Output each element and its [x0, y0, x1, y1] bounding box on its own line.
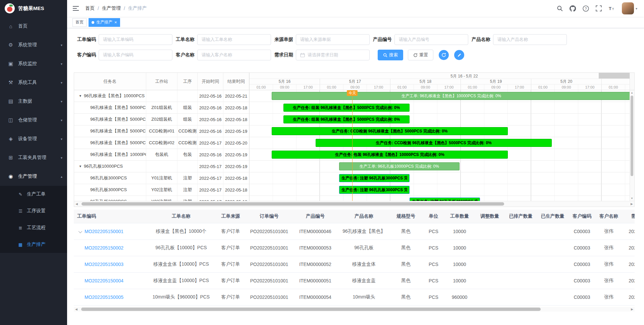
search-icon[interactable] — [557, 5, 563, 11]
gantt-task-bar[interactable]: 生产任务: CCD检测 96孔移液盒【黑色】5000PCS 完成比例: 0% — [272, 127, 508, 135]
gantt-grid-row[interactable]: 96孔孔板3000PCSY03注塑机注塑2022-05-172022-05-18 — [74, 196, 249, 201]
input-placeholder: 请输入工单编码 — [103, 37, 133, 43]
sidebar-item-home[interactable]: ⌂首页 — [0, 17, 67, 36]
sidebar-item-gear[interactable]: ⚙系统管理▾ — [0, 36, 67, 54]
table-cell: 移液盒【黑色】10000个 — [148, 223, 215, 239]
table-cell — [537, 272, 569, 289]
text-input[interactable]: 请输入产品编号 — [394, 34, 468, 45]
table-row[interactable]: MO202205150003移液盒盒体【10000】PCS客户订单PO20220… — [74, 256, 635, 272]
fullscreen-icon[interactable] — [596, 5, 602, 11]
table-cell: PCS — [423, 223, 444, 239]
timeline-hour-label: 17:00 — [508, 85, 531, 90]
gantt-task-bar[interactable]: 生产任务: 组装 96孔移液盒【黑色】5000PCS 完成比例: 0% — [283, 104, 410, 112]
column-header: 已生产数量 — [537, 210, 569, 223]
sidebar-item-warehouse[interactable]: ◫仓储管理▾ — [0, 111, 67, 129]
refresh-button[interactable] — [439, 50, 449, 60]
github-icon[interactable] — [570, 5, 576, 12]
workorder-code-link[interactable]: MO202205150005 — [85, 294, 123, 300]
gantt-workorder-bar[interactable]: 生产工单: 96孔移液盒【黑色】10000PCS 完成比例: 0% — [272, 92, 630, 100]
tree-expand-icon[interactable]: ▼ — [79, 165, 82, 168]
table-cell: C00003 — [569, 272, 595, 289]
user-avatar[interactable]: ▾ — [622, 2, 637, 14]
column-header: 客户编码 — [569, 210, 595, 223]
gantt-grid-row[interactable]: 96孔孔板3000PCSY01注塑机注塑2022-05-172022-05-18 — [74, 172, 249, 184]
scrollbar-thumb[interactable] — [631, 96, 633, 176]
text-input[interactable]: 请输入客户名称 — [197, 50, 271, 60]
tree-expand-icon[interactable]: ▼ — [79, 94, 82, 98]
gantt-task-bar[interactable]: 生产任务: 注塑 96孔孔板3000PCS 完成比例: 0% — [410, 198, 480, 201]
sidebar-item-fixture[interactable]: ⊞工装夹具管理▾ — [0, 148, 67, 167]
scroll-down-arrow[interactable]: ▼ — [631, 197, 633, 200]
timeline-day-label: 5月 20 — [531, 79, 602, 85]
tab-close-icon[interactable]: × — [114, 20, 117, 24]
gantt-grid-row[interactable]: 96孔孔板3000PCSY02注塑机注塑2022-05-172022-05-18 — [74, 184, 249, 196]
gantt-task-bar[interactable]: 生产任务: CCD检测 96孔移液盒【黑色】5000PCS 完成比例: 0% — [316, 139, 552, 147]
sidebar-item-monitor[interactable]: ▣系统监控▾ — [0, 54, 67, 73]
table-row[interactable]: MO202205150001移液盒【黑色】10000个客户订单PO2022051… — [74, 223, 635, 239]
gantt-task-bar[interactable]: 生产任务: 注塑 96孔孔板3000PCS 完成比例: 0% — [339, 186, 410, 194]
tab-item[interactable]: 首页 — [72, 18, 87, 27]
table-cell: 黑色 — [389, 239, 423, 256]
text-input[interactable]: 请输入工单名称 — [197, 34, 271, 45]
scrollbar-thumb[interactable] — [81, 308, 541, 311]
sidebar-subitem-schedule[interactable]: ▦生产排产 — [0, 236, 67, 253]
workorder-code-link[interactable]: MO202205150002 — [85, 245, 123, 251]
gantt-task-bar[interactable]: 生产任务: 注塑 96孔孔板3000PCS 完成比例: 0% — [339, 174, 410, 182]
table-row[interactable]: MO202205150004移液盒盒盖【10000】PCS客户订单PO20220… — [74, 272, 635, 289]
gantt-vertical-scrollbar[interactable]: ▲ ▼ — [630, 90, 634, 201]
tab-active[interactable]: 生产排产× — [89, 18, 120, 27]
gantt-grid-row[interactable]: ▼96孔移液盒【黑色】10000PCS2022-05-162022-05-21 — [74, 90, 249, 102]
table-row[interactable]: MO20220515000296孔孔板【10000】PCS客户订单PO20220… — [74, 239, 635, 256]
app-logo[interactable]: 苦糖果MES — [0, 0, 67, 17]
sidebar-subitem-workorder[interactable]: ✎生产工单 — [0, 186, 67, 203]
text-input[interactable]: 请输入工单编码 — [99, 34, 172, 45]
scroll-right-arrow[interactable]: ▶ — [631, 308, 633, 311]
gantt-grid-row[interactable]: 96孔移液盒【黑色】5000PCSCCD检测#01CCD检测2022-05-16… — [74, 125, 249, 137]
text-input[interactable]: 请输入产品名称 — [493, 34, 567, 45]
table-row[interactable]: MO20220515000510mm吸头【960000】PCS客户订单PO202… — [74, 289, 635, 305]
workorder-code-link[interactable]: MO202205150003 — [85, 262, 123, 267]
workorder-code-link[interactable]: MO202205150001 — [85, 229, 123, 234]
navbar-actions: ? TT ▾ — [557, 2, 637, 14]
gantt-horizontal-scrollbar[interactable]: ◀ ▶ — [74, 201, 634, 207]
sidebar-subitem-flow[interactable]: ≣工艺流程 — [0, 219, 67, 236]
tools-icon: ⚒ — [7, 79, 14, 86]
breadcrumb-item[interactable]: 生产管理 — [102, 5, 121, 11]
gantt-grid-row[interactable]: 96孔移液盒【黑色】5000PCSCCD检测#02CCD检测2022-05-17… — [74, 137, 249, 149]
home-icon: ⌂ — [7, 23, 14, 29]
reset-button[interactable]: 重置 — [408, 50, 433, 60]
sidebar-toggle-icon[interactable] — [72, 5, 79, 11]
edit-button[interactable] — [454, 50, 464, 60]
workorder-code-link[interactable]: MO202205150004 — [85, 278, 123, 283]
scroll-right-arrow[interactable]: ▶ — [631, 202, 633, 206]
scrollbar-thumb[interactable] — [82, 202, 504, 206]
gantt-task-bar[interactable]: 生产任务: 包装 96孔移液盒【黑色】10000PCS 完成比例: 0% — [272, 151, 508, 159]
gantt-workorder-bar[interactable]: 生产工单: 96孔孔板10000PCS 完成比例: 0% — [339, 162, 460, 170]
scroll-left-arrow[interactable]: ◀ — [75, 308, 77, 311]
font-size-icon[interactable]: TT — [608, 5, 615, 11]
text-input[interactable]: 请输入来源单据 — [296, 34, 370, 45]
breadcrumb-item[interactable]: 首页 — [85, 5, 95, 11]
sidebar-item-production[interactable]: ◉生产管理▴ — [0, 167, 67, 186]
sidebar-item-equipment[interactable]: ◈设备管理▾ — [0, 129, 67, 148]
table-horizontal-scrollbar[interactable]: ◀ ▶ — [74, 307, 635, 312]
sidebar-subitem-process[interactable]: ☰工序设置 — [0, 203, 67, 219]
sidebar-item-database[interactable]: ▤主数据▾ — [0, 92, 67, 111]
gantt-grid-row[interactable]: ▼96孔孔板10000PCS2022-05-172022-05-19 — [74, 161, 249, 172]
scroll-left-arrow[interactable]: ◀ — [75, 202, 78, 206]
table-cell: 张伟 — [595, 256, 622, 272]
gantt-task-bar[interactable]: 生产任务: 组装 96孔移液盒【黑色】5000PCS 完成比例: 0% — [283, 115, 410, 123]
help-icon[interactable]: ? — [583, 5, 589, 12]
gantt-grid-row[interactable]: 96孔移液盒【黑色】5000PCSZ02组装机组装2022-05-162022-… — [74, 114, 249, 125]
expand-row-icon[interactable] — [78, 229, 82, 233]
scroll-up-arrow[interactable]: ▲ — [631, 91, 633, 94]
gantt-cell: 2022-05-21 — [223, 90, 249, 102]
date-input[interactable]: 请选择需求日期 — [296, 50, 370, 60]
gantt-grid-row[interactable]: 96孔移液盒【黑色】10000PCS包装机包装2022-05-162022-05… — [74, 149, 249, 161]
search-button[interactable]: 搜索 — [378, 50, 403, 60]
chevron-up-icon: ▴ — [61, 175, 62, 178]
text-input[interactable]: 请输入客户编码 — [99, 50, 172, 60]
table-cell: 客户订单 — [215, 289, 247, 305]
gantt-grid-row[interactable]: 96孔移液盒【黑色】5000PCSZ01组装机组装2022-05-162022-… — [74, 102, 249, 114]
sidebar-item-tools[interactable]: ⚒系统工具▾ — [0, 73, 67, 92]
